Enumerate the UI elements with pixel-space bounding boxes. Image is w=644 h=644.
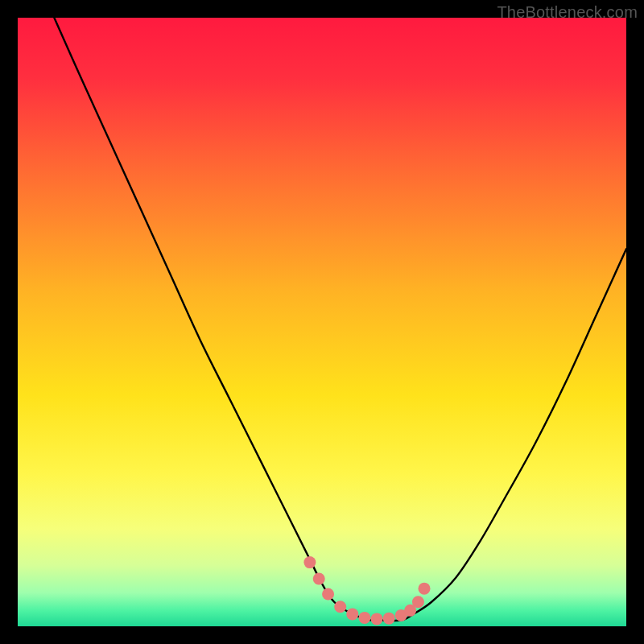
watermark-text: TheBottleneck.com (497, 3, 638, 22)
marker-dot (322, 588, 334, 600)
marker-dot (346, 608, 358, 620)
marker-dot (371, 613, 383, 625)
marker-dot (303, 556, 316, 568)
marker-dot (334, 601, 346, 613)
marker-dot (313, 573, 325, 585)
marker-dot (412, 596, 424, 608)
chart-frame (18, 18, 626, 626)
marker-dot (383, 613, 395, 625)
gradient-bg (18, 18, 626, 626)
marker-dot (358, 612, 370, 624)
marker-dot (419, 583, 431, 595)
bottleneck-chart (18, 18, 626, 626)
